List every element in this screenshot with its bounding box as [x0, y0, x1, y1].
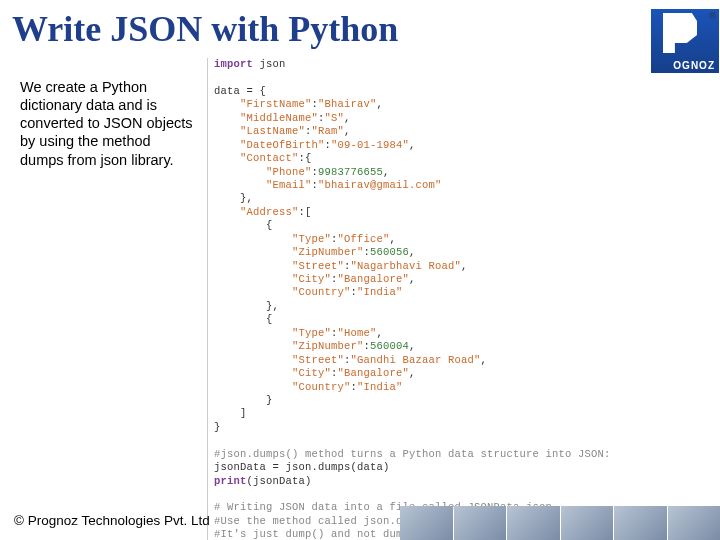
footer-image-strip	[400, 506, 720, 540]
registered-mark: ®	[709, 11, 716, 21]
footer-thumb	[507, 506, 560, 540]
code-block: import json data = { "FirstName":"Bhaira…	[207, 58, 720, 540]
footer-thumb	[668, 506, 721, 540]
kw-import: import	[214, 58, 253, 70]
logo-text: OGNOZ	[655, 60, 715, 71]
slide-title: Write JSON with Python	[0, 0, 720, 50]
content-row: We create a Python dictionary data and i…	[0, 58, 720, 540]
footer-thumb	[614, 506, 667, 540]
footer-thumb	[561, 506, 614, 540]
logo-p-shape	[663, 13, 697, 53]
description-text: We create a Python dictionary data and i…	[0, 58, 207, 540]
company-logo: ® OGNOZ	[650, 8, 720, 74]
copyright-text: © Prognoz Technologies Pvt. Ltd	[14, 513, 210, 528]
footer-thumb	[400, 506, 453, 540]
footer-thumb	[454, 506, 507, 540]
